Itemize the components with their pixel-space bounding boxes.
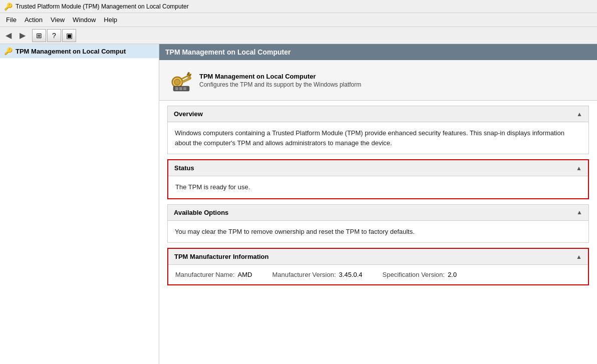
grid-icon: ⊞ xyxy=(36,32,42,40)
section-options-toggle: ▲ xyxy=(576,209,582,216)
manufacturer-name-value: AMD xyxy=(238,271,252,278)
section-manufacturer-header[interactable]: TPM Manufacturer Information ▲ xyxy=(168,249,588,265)
section-overview-toggle: ▲ xyxy=(576,111,582,118)
menu-window[interactable]: Window xyxy=(69,14,100,26)
section-status-header[interactable]: Status ▲ xyxy=(168,160,588,176)
sidebar: 🔑 TPM Management on Local Comput xyxy=(0,44,159,364)
section-options-body: You may clear the TPM to remove ownershi… xyxy=(168,221,588,243)
section-overview-header[interactable]: Overview ▲ xyxy=(168,106,588,122)
manufacturer-name-label: Manufacturer Name: xyxy=(175,271,235,278)
svg-rect-13 xyxy=(179,87,182,90)
manufacturer-version-value: 3.45.0.4 xyxy=(339,271,363,278)
toolbar-btn-1[interactable]: ⊞ xyxy=(32,29,46,42)
manufacturer-version-field: Manufacturer Version: 3.45.0.4 xyxy=(272,271,362,278)
section-overview-body: Windows computers containing a Trusted P… xyxy=(168,122,588,154)
section-status-body: The TPM is ready for use. xyxy=(168,176,588,198)
section-options: Available Options ▲ You may clear the TP… xyxy=(167,204,589,243)
forward-button[interactable]: ▶ xyxy=(16,29,29,42)
icon-desc-subtitle: Configures the TPM and its support by th… xyxy=(199,81,361,88)
icon-description: TPM Management on Local Computer Configu… xyxy=(159,60,597,101)
specification-version-label: Specification Version: xyxy=(383,271,445,278)
svg-point-7 xyxy=(174,79,180,85)
title-bar-icon: 🔑 xyxy=(4,3,13,11)
section-status-toggle: ▲ xyxy=(576,165,582,172)
content-header: TPM Management on Local Computer xyxy=(159,44,597,60)
section-manufacturer-title: TPM Manufacturer Information xyxy=(174,253,269,260)
title-bar: 🔑 Trusted Platform Module (TPM) Manageme… xyxy=(0,0,597,13)
menu-view[interactable]: View xyxy=(47,14,69,26)
toolbar-btn-3[interactable]: ▣ xyxy=(62,29,76,42)
sidebar-item-label: TPM Management on Local Comput xyxy=(16,48,126,55)
icon-desc-title: TPM Management on Local Computer xyxy=(199,73,361,80)
panel-icon: ▣ xyxy=(66,32,73,40)
nav-buttons: ◀ ▶ xyxy=(2,29,29,42)
section-status: Status ▲ The TPM is ready for use. xyxy=(167,159,589,199)
menu-help[interactable]: Help xyxy=(100,14,121,26)
sidebar-tpm-icon: 🔑 xyxy=(4,47,13,55)
section-options-title: Available Options xyxy=(174,209,228,216)
section-status-title: Status xyxy=(174,164,194,172)
section-options-header[interactable]: Available Options ▲ xyxy=(168,205,588,221)
toolbar-btn-help[interactable]: ? xyxy=(47,29,61,42)
sidebar-item-tpm[interactable]: 🔑 TPM Management on Local Comput xyxy=(0,44,159,58)
menu-file[interactable]: File xyxy=(2,14,21,26)
menu-action[interactable]: Action xyxy=(21,14,47,26)
content-area: TPM Management on Local Computer xyxy=(159,44,597,364)
help-icon: ? xyxy=(52,32,56,40)
section-overview-title: Overview xyxy=(174,110,203,118)
tpm-key-icon xyxy=(169,68,193,92)
specification-version-value: 2.0 xyxy=(448,271,457,278)
icon-desc-text: TPM Management on Local Computer Configu… xyxy=(199,73,361,88)
toolbar: ◀ ▶ ⊞ ? ▣ xyxy=(0,27,597,44)
section-overview: Overview ▲ Windows computers containing … xyxy=(167,106,589,154)
manufacturer-info: Manufacturer Name: AMD Manufacturer Vers… xyxy=(168,265,588,284)
manufacturer-version-label: Manufacturer Version: xyxy=(272,271,336,278)
section-manufacturer-toggle: ▲ xyxy=(576,253,582,260)
section-manufacturer: TPM Manufacturer Information ▲ Manufactu… xyxy=(167,248,589,285)
svg-rect-14 xyxy=(183,87,186,90)
specification-version-field: Specification Version: 2.0 xyxy=(383,271,457,278)
menu-bar: File Action View Window Help xyxy=(0,13,597,27)
svg-rect-12 xyxy=(175,87,178,90)
title-bar-text: Trusted Platform Module (TPM) Management… xyxy=(16,3,189,10)
back-button[interactable]: ◀ xyxy=(2,29,15,42)
manufacturer-name-field: Manufacturer Name: AMD xyxy=(175,271,252,278)
key-svg xyxy=(169,68,193,92)
main-layout: 🔑 TPM Management on Local Comput TPM Man… xyxy=(0,44,597,364)
